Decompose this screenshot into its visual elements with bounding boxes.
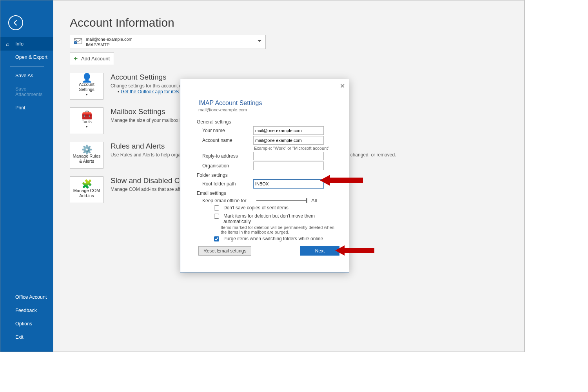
user-gear-icon: 👤 [82, 75, 92, 80]
nav-divider [10, 66, 44, 67]
label-replyto: Reply-to address [198, 153, 253, 159]
label-org: Organisation [198, 163, 253, 169]
input-yourname[interactable] [253, 126, 324, 135]
checkbox-nosave[interactable]: Don't save copies of sent items [212, 205, 339, 212]
acctname-hint: Example: "Work" or "Microsoft account" [254, 146, 339, 151]
svg-rect-5 [74, 41, 77, 44]
tools-button[interactable]: 🧰 Tools ▾ [70, 107, 103, 134]
account-dropdown[interactable]: mail@one-example.com IMAP/SMTP [70, 35, 266, 49]
input-root-folder[interactable] [253, 180, 324, 188]
mail-icon [73, 36, 83, 48]
rules-icon: ⚙️ [82, 147, 92, 152]
checkbox-nosave-label: Don't save copies of sent items [223, 205, 289, 211]
account-settings-btn-label: Account Settings [71, 82, 102, 92]
dialog-close-icon[interactable]: ✕ [340, 82, 345, 90]
input-replyto[interactable] [253, 152, 324, 160]
plus-icon: ＋ [73, 54, 79, 63]
imap-settings-dialog: ✕ IMAP Account Settings mail@one-example… [180, 79, 349, 272]
checkbox-purge-label: Purge items when switching folders while… [223, 236, 323, 241]
reset-email-settings-button[interactable]: Reset Email settings [198, 246, 251, 256]
checkbox-purge[interactable]: Purge items when switching folders while… [212, 236, 339, 243]
account-settings-button[interactable]: 👤 Account Settings ▾ [70, 73, 103, 100]
label-yourname: Your name [198, 128, 253, 133]
group-general: General settings [197, 119, 339, 125]
offline-slider[interactable]: All [256, 198, 317, 203]
label-offline: Keep email offline for [198, 198, 253, 203]
manage-rules-btn-label: Manage Rules & Alerts [71, 154, 102, 164]
back-button[interactable] [8, 15, 23, 30]
add-account-label: Add Account [81, 56, 110, 62]
nav-save-attachments: Save Attachments [0, 82, 53, 101]
toolbox-icon: 🧰 [82, 113, 92, 118]
checkbox-markdel-input[interactable] [214, 214, 219, 219]
addins-icon: 🧩 [82, 181, 92, 187]
nav-exit[interactable]: Exit [0, 330, 53, 344]
nav-print[interactable]: Print [0, 101, 53, 114]
nav-info-label: Info [15, 41, 24, 47]
markdel-note: Items marked for deletion will be perman… [221, 225, 338, 234]
slider-thumb-icon[interactable] [306, 198, 307, 203]
input-acctname[interactable] [253, 136, 324, 145]
checkbox-markdel[interactable]: Mark items for deletion but don't move t… [212, 213, 339, 224]
group-folder: Folder settings [197, 172, 339, 178]
input-org[interactable] [253, 162, 324, 170]
manage-com-addins-button[interactable]: 🧩 Manage COM Add-ins [70, 176, 103, 203]
nav-office-account[interactable]: Office Account [0, 290, 53, 304]
offline-end-label: All [311, 198, 317, 203]
nav-open-export[interactable]: Open & Export [0, 51, 53, 64]
chevron-down-icon [258, 40, 261, 44]
checkbox-markdel-label: Mark items for deletion but don't move t… [223, 213, 339, 224]
tools-btn-label: Tools [82, 119, 92, 124]
manage-com-btn-label: Manage COM Add-ins [71, 188, 102, 198]
page-title: Account Information [70, 16, 524, 29]
group-email: Email settings [197, 191, 339, 196]
dialog-title: IMAP Account Settings [198, 100, 339, 107]
account-proto: IMAP/SMTP [86, 42, 132, 47]
backstage-sidebar: ⌂ Info Open & Export Save As Save Attach… [0, 0, 53, 352]
home-icon: ⌂ [6, 41, 9, 47]
checkbox-purge-input[interactable] [214, 236, 219, 241]
checkbox-nosave-input[interactable] [214, 205, 219, 211]
label-acctname: Account name [198, 138, 253, 143]
label-root: Root folder path [198, 181, 253, 187]
add-account-button[interactable]: ＋ Add Account [70, 52, 114, 65]
account-email: mail@one-example.com [86, 36, 132, 42]
nav-info[interactable]: ⌂ Info [0, 37, 53, 51]
nav-feedback[interactable]: Feedback [0, 304, 53, 317]
next-button[interactable]: Next [300, 246, 339, 256]
dialog-email: mail@one-example.com [198, 107, 339, 112]
nav-options[interactable]: Options [0, 317, 53, 330]
manage-rules-button[interactable]: ⚙️ Manage Rules & Alerts [70, 142, 103, 169]
nav-save-as[interactable]: Save As [0, 69, 53, 82]
